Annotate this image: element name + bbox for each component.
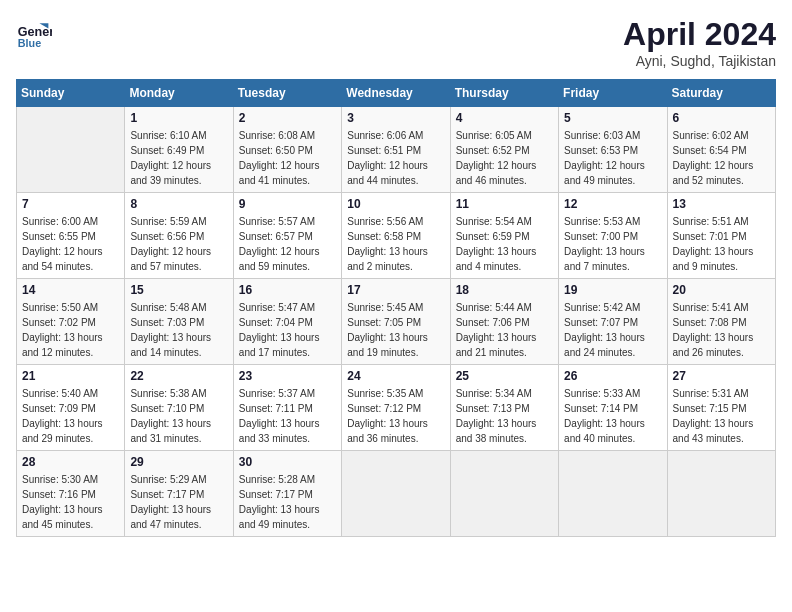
day-info: Sunrise: 5:35 AMSunset: 7:12 PMDaylight:… [347, 386, 444, 446]
day-info: Sunrise: 6:00 AMSunset: 6:55 PMDaylight:… [22, 214, 119, 274]
calendar-cell: 16Sunrise: 5:47 AMSunset: 7:04 PMDayligh… [233, 279, 341, 365]
day-info: Sunrise: 5:41 AMSunset: 7:08 PMDaylight:… [673, 300, 770, 360]
day-info: Sunrise: 5:42 AMSunset: 7:07 PMDaylight:… [564, 300, 661, 360]
day-info: Sunrise: 5:44 AMSunset: 7:06 PMDaylight:… [456, 300, 553, 360]
day-number: 28 [22, 455, 119, 469]
day-info: Sunrise: 5:57 AMSunset: 6:57 PMDaylight:… [239, 214, 336, 274]
calendar-week-row: 1Sunrise: 6:10 AMSunset: 6:49 PMDaylight… [17, 107, 776, 193]
day-info: Sunrise: 5:34 AMSunset: 7:13 PMDaylight:… [456, 386, 553, 446]
calendar-table: SundayMondayTuesdayWednesdayThursdayFrid… [16, 79, 776, 537]
day-info: Sunrise: 5:54 AMSunset: 6:59 PMDaylight:… [456, 214, 553, 274]
day-number: 11 [456, 197, 553, 211]
day-number: 19 [564, 283, 661, 297]
calendar-day-header: Monday [125, 80, 233, 107]
day-number: 29 [130, 455, 227, 469]
calendar-cell: 23Sunrise: 5:37 AMSunset: 7:11 PMDayligh… [233, 365, 341, 451]
day-info: Sunrise: 6:03 AMSunset: 6:53 PMDaylight:… [564, 128, 661, 188]
calendar-cell: 13Sunrise: 5:51 AMSunset: 7:01 PMDayligh… [667, 193, 775, 279]
day-number: 15 [130, 283, 227, 297]
calendar-cell [342, 451, 450, 537]
calendar-day-header: Wednesday [342, 80, 450, 107]
day-info: Sunrise: 5:50 AMSunset: 7:02 PMDaylight:… [22, 300, 119, 360]
day-info: Sunrise: 5:48 AMSunset: 7:03 PMDaylight:… [130, 300, 227, 360]
day-number: 25 [456, 369, 553, 383]
day-info: Sunrise: 5:28 AMSunset: 7:17 PMDaylight:… [239, 472, 336, 532]
day-number: 23 [239, 369, 336, 383]
calendar-cell: 14Sunrise: 5:50 AMSunset: 7:02 PMDayligh… [17, 279, 125, 365]
calendar-cell: 17Sunrise: 5:45 AMSunset: 7:05 PMDayligh… [342, 279, 450, 365]
day-info: Sunrise: 5:38 AMSunset: 7:10 PMDaylight:… [130, 386, 227, 446]
calendar-cell: 2Sunrise: 6:08 AMSunset: 6:50 PMDaylight… [233, 107, 341, 193]
calendar-cell: 19Sunrise: 5:42 AMSunset: 7:07 PMDayligh… [559, 279, 667, 365]
calendar-cell [667, 451, 775, 537]
day-number: 24 [347, 369, 444, 383]
day-number: 1 [130, 111, 227, 125]
day-info: Sunrise: 5:37 AMSunset: 7:11 PMDaylight:… [239, 386, 336, 446]
calendar-cell: 8Sunrise: 5:59 AMSunset: 6:56 PMDaylight… [125, 193, 233, 279]
day-number: 27 [673, 369, 770, 383]
calendar-cell: 29Sunrise: 5:29 AMSunset: 7:17 PMDayligh… [125, 451, 233, 537]
day-info: Sunrise: 6:08 AMSunset: 6:50 PMDaylight:… [239, 128, 336, 188]
calendar-cell: 20Sunrise: 5:41 AMSunset: 7:08 PMDayligh… [667, 279, 775, 365]
calendar-cell: 3Sunrise: 6:06 AMSunset: 6:51 PMDaylight… [342, 107, 450, 193]
calendar-day-header: Friday [559, 80, 667, 107]
day-number: 5 [564, 111, 661, 125]
calendar-cell: 26Sunrise: 5:33 AMSunset: 7:14 PMDayligh… [559, 365, 667, 451]
calendar-cell: 5Sunrise: 6:03 AMSunset: 6:53 PMDaylight… [559, 107, 667, 193]
day-number: 30 [239, 455, 336, 469]
calendar-cell: 24Sunrise: 5:35 AMSunset: 7:12 PMDayligh… [342, 365, 450, 451]
logo-icon: General Blue [16, 16, 52, 52]
day-info: Sunrise: 5:53 AMSunset: 7:00 PMDaylight:… [564, 214, 661, 274]
day-info: Sunrise: 5:31 AMSunset: 7:15 PMDaylight:… [673, 386, 770, 446]
calendar-cell: 9Sunrise: 5:57 AMSunset: 6:57 PMDaylight… [233, 193, 341, 279]
day-info: Sunrise: 5:29 AMSunset: 7:17 PMDaylight:… [130, 472, 227, 532]
day-number: 6 [673, 111, 770, 125]
day-info: Sunrise: 6:06 AMSunset: 6:51 PMDaylight:… [347, 128, 444, 188]
calendar-cell: 7Sunrise: 6:00 AMSunset: 6:55 PMDaylight… [17, 193, 125, 279]
day-number: 21 [22, 369, 119, 383]
calendar-day-header: Sunday [17, 80, 125, 107]
calendar-cell: 4Sunrise: 6:05 AMSunset: 6:52 PMDaylight… [450, 107, 558, 193]
day-number: 14 [22, 283, 119, 297]
day-number: 12 [564, 197, 661, 211]
day-number: 18 [456, 283, 553, 297]
calendar-cell: 6Sunrise: 6:02 AMSunset: 6:54 PMDaylight… [667, 107, 775, 193]
calendar-cell [450, 451, 558, 537]
day-number: 3 [347, 111, 444, 125]
day-number: 10 [347, 197, 444, 211]
day-info: Sunrise: 6:10 AMSunset: 6:49 PMDaylight:… [130, 128, 227, 188]
calendar-cell: 1Sunrise: 6:10 AMSunset: 6:49 PMDaylight… [125, 107, 233, 193]
day-number: 7 [22, 197, 119, 211]
month-title: April 2024 [623, 16, 776, 53]
day-number: 8 [130, 197, 227, 211]
calendar-week-row: 21Sunrise: 5:40 AMSunset: 7:09 PMDayligh… [17, 365, 776, 451]
calendar-week-row: 7Sunrise: 6:00 AMSunset: 6:55 PMDaylight… [17, 193, 776, 279]
calendar-cell [559, 451, 667, 537]
page-header: General Blue April 2024 Ayni, Sughd, Taj… [16, 16, 776, 69]
day-info: Sunrise: 5:56 AMSunset: 6:58 PMDaylight:… [347, 214, 444, 274]
day-info: Sunrise: 6:02 AMSunset: 6:54 PMDaylight:… [673, 128, 770, 188]
day-info: Sunrise: 5:30 AMSunset: 7:16 PMDaylight:… [22, 472, 119, 532]
day-number: 13 [673, 197, 770, 211]
calendar-header-row: SundayMondayTuesdayWednesdayThursdayFrid… [17, 80, 776, 107]
calendar-cell: 10Sunrise: 5:56 AMSunset: 6:58 PMDayligh… [342, 193, 450, 279]
calendar-cell: 22Sunrise: 5:38 AMSunset: 7:10 PMDayligh… [125, 365, 233, 451]
calendar-day-header: Thursday [450, 80, 558, 107]
calendar-week-row: 14Sunrise: 5:50 AMSunset: 7:02 PMDayligh… [17, 279, 776, 365]
calendar-cell: 15Sunrise: 5:48 AMSunset: 7:03 PMDayligh… [125, 279, 233, 365]
calendar-day-header: Saturday [667, 80, 775, 107]
calendar-cell: 18Sunrise: 5:44 AMSunset: 7:06 PMDayligh… [450, 279, 558, 365]
day-info: Sunrise: 5:33 AMSunset: 7:14 PMDaylight:… [564, 386, 661, 446]
day-info: Sunrise: 5:51 AMSunset: 7:01 PMDaylight:… [673, 214, 770, 274]
calendar-day-header: Tuesday [233, 80, 341, 107]
day-info: Sunrise: 5:45 AMSunset: 7:05 PMDaylight:… [347, 300, 444, 360]
logo: General Blue [16, 16, 52, 52]
day-number: 26 [564, 369, 661, 383]
day-number: 17 [347, 283, 444, 297]
calendar-cell: 27Sunrise: 5:31 AMSunset: 7:15 PMDayligh… [667, 365, 775, 451]
day-info: Sunrise: 6:05 AMSunset: 6:52 PMDaylight:… [456, 128, 553, 188]
day-number: 20 [673, 283, 770, 297]
day-number: 4 [456, 111, 553, 125]
calendar-cell: 25Sunrise: 5:34 AMSunset: 7:13 PMDayligh… [450, 365, 558, 451]
title-area: April 2024 Ayni, Sughd, Tajikistan [623, 16, 776, 69]
